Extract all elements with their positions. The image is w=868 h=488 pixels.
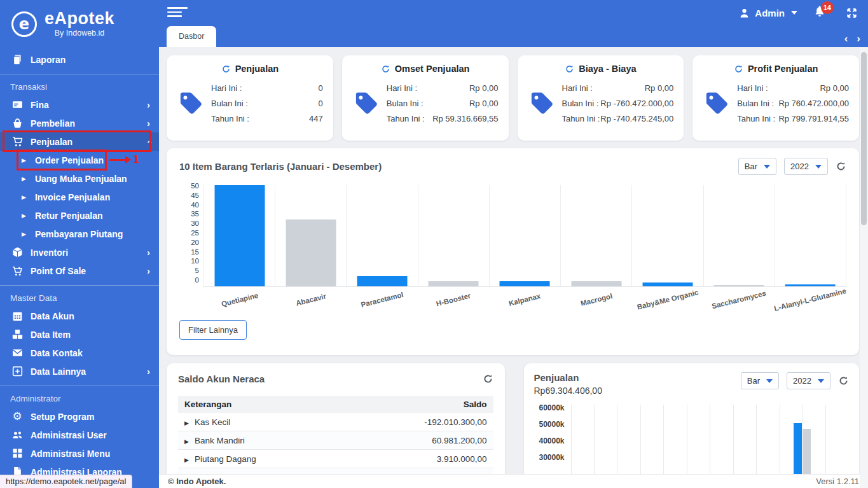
sidebar-item-point-of-sale[interactable]: Point Of Sale › (0, 261, 159, 280)
user-menu[interactable]: Admin (739, 8, 797, 18)
sidebar-item-data-lainnya[interactable]: Data Lainnya › (0, 362, 159, 380)
bar[interactable] (714, 285, 764, 286)
sidebar-item-label: Pembayaran Piutang (35, 229, 123, 239)
sidebar-item-fina[interactable]: Fina › (0, 95, 159, 114)
sidebar-item-data-kontak[interactable]: Data Kontak (0, 344, 159, 362)
bar[interactable] (500, 281, 550, 286)
refresh-icon[interactable] (734, 64, 743, 74)
filter-lainnya-button[interactable]: Filter Lainnya (179, 320, 247, 340)
bar[interactable] (357, 276, 408, 286)
x-axis-label: Abacavir (295, 292, 327, 307)
shopping-basket-icon (10, 118, 24, 129)
y-axis-tick: 40 (191, 201, 199, 209)
sidebar-item-label: Setup Program (31, 412, 94, 422)
table-row[interactable]: ▶Persediaan Barang Dagangan 1.327.342.84… (178, 468, 493, 475)
refresh-button[interactable] (483, 373, 493, 384)
stat-card-profit-penjualan: Profit Penjualan Hari Ini :Rp 0,00 Bulan… (692, 55, 859, 141)
hamburger-menu-icon[interactable] (167, 7, 189, 20)
sales-chart-yaxis: 60000k50000k40000k30000k (534, 405, 571, 474)
sidebar-item-label: Invoice Penjualan (35, 192, 110, 202)
sidebar-item-inventori[interactable]: Inventori › (0, 243, 159, 261)
bar[interactable] (803, 429, 811, 474)
sidebar-item-administrasi-menu[interactable]: Administrasi Menu (0, 444, 159, 463)
chart-type-select[interactable]: Bar (738, 158, 776, 175)
user-icon (739, 8, 750, 18)
chart-title: 10 Item Barang Terlaris (Januari - Desem… (179, 161, 382, 172)
refresh-button[interactable] (838, 375, 849, 386)
tab-scroll-left-icon[interactable]: ‹ (844, 34, 848, 43)
x-axis-label: Baby&Me Organic (636, 288, 699, 311)
sidebar-nav: Laporan Transaksi Fina › Pembelian › Pen… (0, 50, 159, 481)
sidebar-item-retur-penjualan[interactable]: ▶ Retur Penjualan (0, 206, 159, 225)
bar-column (663, 405, 686, 474)
sidebar-item-data-akun[interactable]: Data Akun (0, 307, 159, 325)
bar-column (756, 405, 779, 474)
bar[interactable] (214, 185, 265, 286)
refresh-button[interactable] (836, 161, 846, 172)
footer: © Indo Apotek. Versi 1.2.11 (159, 474, 868, 488)
fullscreen-button[interactable] (846, 7, 858, 19)
tab-scroll-right-icon[interactable]: › (857, 34, 860, 43)
sidebar-item-administrasi-user[interactable]: Administrasi User (0, 426, 159, 444)
refresh-icon[interactable] (565, 64, 574, 74)
tag-icon (703, 91, 731, 115)
chevron-up-icon: › (144, 140, 153, 143)
bar-column: Quetiapine (203, 185, 275, 286)
y-axis-tick: 30000k (539, 453, 564, 462)
calendar-icon (10, 310, 24, 321)
gear-icon: ⚙ (10, 411, 24, 422)
sidebar-item-uang-muka-penjualan[interactable]: ▶ Uang Muka Penjualan (0, 169, 159, 188)
sidebar-item-invoice-penjualan[interactable]: ▶ Invoice Penjualan (0, 188, 159, 206)
bar[interactable] (286, 220, 336, 286)
tab-dasbor[interactable]: Dasbor (167, 26, 216, 47)
grid-icon (10, 448, 24, 459)
bar[interactable] (785, 284, 836, 286)
scrollbar-thumb[interactable] (861, 52, 867, 225)
refresh-icon[interactable] (221, 64, 231, 74)
refresh-icon (483, 373, 493, 384)
caret-right-icon: ▶ (184, 438, 189, 445)
caret-right-icon: ▶ (22, 194, 26, 200)
bar[interactable] (642, 282, 692, 286)
bar-column (825, 405, 848, 474)
refresh-icon[interactable] (381, 64, 390, 74)
stat-value: Rp 0,00 (820, 83, 849, 93)
table-row[interactable]: ▶Bank Mandiri 60.981.200,00 (178, 431, 493, 450)
top-items-chart-card: 10 Item Barang Terlaris (Januari - Desem… (167, 148, 859, 355)
annotation-step-label: 1 (132, 153, 140, 165)
sidebar-item-setup-program[interactable]: ⚙ Setup Program (0, 407, 159, 426)
sidebar-item-label: Administrasi Menu (31, 449, 110, 459)
sidebar-item-order-penjualan[interactable]: ▶ Order Penjualan 1 (0, 151, 159, 169)
sidebar-item-data-item[interactable]: Data Item (0, 325, 159, 344)
table-row[interactable]: ▶Kas Kecil -192.010.300,00 (178, 413, 493, 431)
sidebar-item-laporan[interactable]: Laporan (0, 50, 159, 69)
stat-label: Bulan Ini : (562, 99, 599, 108)
sidebar-item-penjualan[interactable]: Penjualan › (0, 132, 159, 151)
stat-value: Rp 0,00 (645, 83, 674, 93)
stat-value: Rp 799.791.914,55 (778, 114, 849, 123)
chart-year-select[interactable]: 2022 (787, 372, 830, 389)
x-axis-label: Paracetamol (360, 291, 404, 309)
chart-type-select[interactable]: Bar (741, 372, 779, 389)
y-axis-tick: 0 (195, 276, 199, 284)
x-axis-label: H-Booster (436, 291, 472, 307)
scrollbar-track[interactable] (860, 48, 868, 488)
table-row[interactable]: ▶Piutang Dagang 3.910.000,00 (178, 450, 493, 468)
credit-card-icon (10, 99, 24, 110)
sidebar-section-transaksi: Transaksi (0, 76, 159, 95)
stat-card-biaya-biaya: Biaya - Biaya Hari Ini :Rp 0,00 Bulan In… (518, 55, 684, 141)
sidebar-item-pembayaran-piutang[interactable]: ▶ Pembayaran Piutang (0, 225, 159, 243)
sidebar-item-label: Laporan (31, 55, 65, 65)
bar-column (640, 405, 663, 474)
dashboard-content: Penjualan Hari Ini :0 Bulan Ini :0 Tahun… (159, 47, 868, 474)
notifications-button[interactable]: 14 (814, 6, 825, 20)
column-header-keterangan: Keterangan (178, 396, 378, 413)
chart-year-select[interactable]: 2022 (784, 158, 828, 175)
sidebar-item-pembelian[interactable]: Pembelian › (0, 114, 159, 132)
bar[interactable] (571, 281, 621, 286)
bar[interactable] (429, 281, 479, 286)
y-axis-tick: 20 (191, 239, 199, 246)
cube-icon (10, 247, 24, 258)
plus-square-icon (10, 366, 24, 377)
bar[interactable] (794, 423, 802, 474)
